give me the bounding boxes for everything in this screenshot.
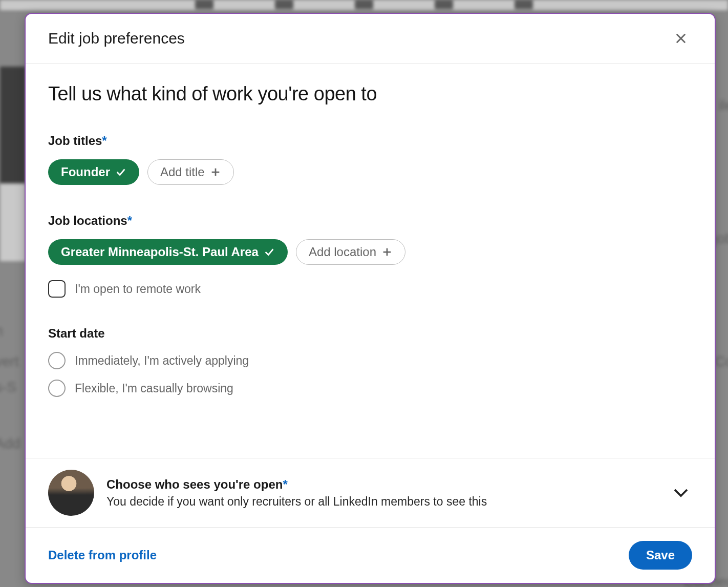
job-locations-label: Job locations* [48, 214, 692, 228]
start-date-option-flexible: Flexible, I'm casually browsing [75, 382, 233, 395]
job-location-pill-msp[interactable]: Greater Minneapolis-St. Paul Area [48, 239, 288, 265]
check-icon [115, 166, 126, 178]
job-titles-section: Job titles* Founder Add title [48, 134, 692, 185]
remote-work-checkbox[interactable] [48, 280, 66, 298]
plus-icon [210, 166, 221, 178]
visibility-title: Choose who sees you're open* [106, 477, 657, 492]
remote-work-label: I'm open to remote work [75, 282, 201, 296]
start-date-option-immediately: Immediately, I'm actively applying [75, 354, 249, 368]
close-button[interactable] [670, 27, 692, 50]
job-locations-section: Job locations* Greater Minneapolis-St. P… [48, 214, 692, 298]
job-titles-label: Job titles* [48, 134, 692, 148]
modal-title: Edit job preferences [48, 30, 185, 47]
modal-footer: Delete from profile Save [26, 527, 715, 583]
save-button[interactable]: Save [629, 541, 692, 570]
check-icon [264, 246, 275, 258]
add-title-button[interactable]: Add title [147, 159, 234, 185]
start-date-radio-immediately[interactable] [48, 352, 66, 369]
visibility-section[interactable]: Choose who sees you're open* You decide … [26, 458, 715, 527]
top-nav [0, 0, 728, 10]
edit-job-preferences-modal: Edit job preferences Tell us what kind o… [25, 13, 716, 584]
plus-icon [381, 246, 393, 258]
modal-header: Edit job preferences [26, 14, 715, 64]
delete-from-profile-button[interactable]: Delete from profile [48, 548, 157, 562]
avatar [48, 470, 94, 516]
visibility-expand[interactable] [670, 481, 692, 504]
start-date-label: Start date [48, 326, 692, 341]
headline: Tell us what kind of work you're open to [48, 83, 692, 105]
modal-body: Tell us what kind of work you're open to… [26, 64, 715, 458]
chevron-down-icon [672, 484, 690, 502]
start-date-section: Start date Immediately, I'm actively app… [48, 326, 692, 397]
add-location-button[interactable]: Add location [296, 239, 405, 265]
job-title-pill-founder[interactable]: Founder [48, 159, 139, 185]
close-icon [674, 31, 688, 46]
start-date-radio-flexible[interactable] [48, 380, 66, 397]
visibility-subtitle: You decide if you want only recruiters o… [106, 495, 657, 509]
